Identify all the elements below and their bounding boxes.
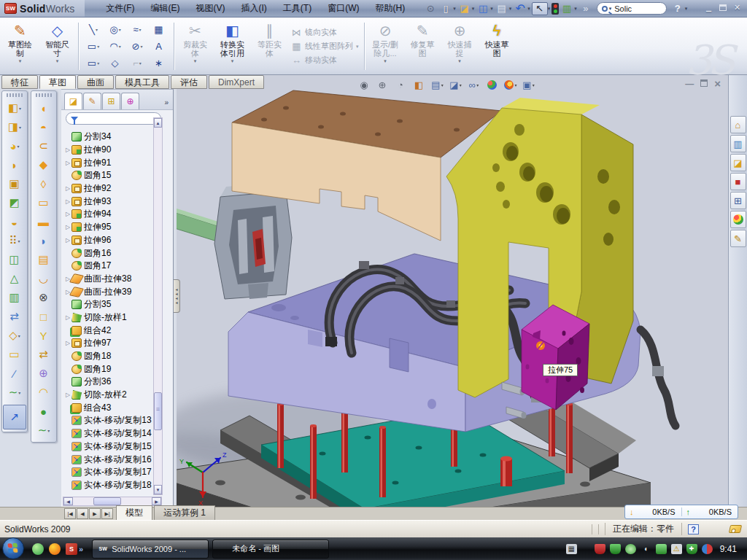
intersect-icon[interactable]: ▥	[4, 288, 26, 307]
quick-snaps-button[interactable]: ⊕ 快速捕 捉 ▾	[441, 20, 479, 73]
tab-nav-button[interactable]: ▶|	[101, 508, 113, 519]
scroll-up-icon[interactable]: ▲	[154, 118, 162, 128]
tree-item[interactable]: 组合43	[64, 401, 162, 414]
file-explorer-icon[interactable]: ◪	[730, 154, 746, 171]
command-tab[interactable]: 评估	[171, 75, 207, 89]
reference-axis-icon[interactable]: ∕	[4, 364, 26, 383]
slot-icon[interactable]: ▭ ▾	[82, 55, 104, 71]
sketch-text-icon[interactable]: A	[148, 38, 170, 55]
tree-item[interactable]: 实体-移动/复制18	[64, 479, 162, 492]
instant3d-button[interactable]: ↗	[3, 405, 26, 429]
knit-surface-icon[interactable]: ▤	[33, 250, 55, 269]
tree-item[interactable]: 组合42	[64, 324, 162, 337]
update-badge-tray-icon[interactable]	[625, 544, 636, 554]
split-line-icon[interactable]: Y	[33, 326, 55, 345]
tree-item[interactable]: 圆角17	[64, 260, 162, 273]
child-restore-button[interactable]	[700, 79, 708, 87]
quick-launch-overflow-icon[interactable]: »	[79, 545, 83, 553]
expand-arrow-icon[interactable]: ▷	[64, 160, 71, 166]
rapid-sketch-button[interactable]: ϟ 快速草 图	[479, 20, 516, 73]
flex-icon[interactable]: ◊	[33, 174, 55, 193]
scrollbar-thumb[interactable]	[93, 497, 121, 505]
menu-item[interactable]: 插入(I)	[233, 0, 274, 17]
tab-nav-button[interactable]: |◀	[64, 508, 76, 519]
tab-nav-button[interactable]: ▶	[89, 508, 101, 519]
tree-item[interactable]: 实体-移动/复制16	[64, 453, 162, 466]
expand-arrow-icon[interactable]: ▷	[64, 224, 71, 230]
zoom-to-area-icon[interactable]: ⊕	[374, 77, 391, 92]
planar-surface-icon[interactable]: ▬	[33, 212, 55, 231]
tree-item[interactable]: ▷ 拉伸92	[64, 182, 162, 195]
property-manager-tab-icon[interactable]: ✎	[83, 93, 101, 109]
tab-nav-button[interactable]: ◀	[77, 508, 88, 519]
tree-item[interactable]: ▷ 拉伸90	[64, 144, 162, 157]
sync-tray-icon[interactable]	[702, 544, 713, 554]
tag-icon[interactable]	[729, 525, 742, 533]
undo-icon[interactable]: ↶	[513, 2, 527, 15]
defender-shield-tray-icon[interactable]: ✚	[686, 544, 697, 554]
tree-item[interactable]: 实体-移动/复制17	[64, 466, 162, 479]
open-folder-icon[interactable]: ◪	[457, 2, 472, 15]
pin-feature-icon[interactable]: ⊕	[33, 364, 55, 383]
child-close-button[interactable]	[714, 79, 721, 89]
custom-properties-icon[interactable]: ✎	[730, 230, 746, 247]
taskbar-task-button[interactable]: SW SolidWorks 2009 - ...	[92, 540, 209, 559]
tree-item[interactable]: ▷ 拉伸96	[64, 234, 162, 247]
security-shield-tray-icon[interactable]	[610, 544, 621, 554]
line-icon[interactable]: ╲ ▾	[82, 21, 104, 38]
camera-icon[interactable]: ▣ ▾	[520, 77, 537, 92]
apply-scene-icon[interactable]	[484, 77, 500, 92]
tree-item[interactable]: ▷ 拉伸93	[64, 195, 162, 208]
3d-model-exploded-mold-assembly[interactable]: Y Z X	[177, 89, 728, 507]
menu-item[interactable]: 视图(V)	[187, 0, 233, 17]
fillet-icon[interactable]: ◕ ▾	[4, 136, 26, 155]
draft-icon[interactable]: ◩	[4, 193, 26, 212]
options-list-icon[interactable]: ▥	[560, 2, 574, 15]
menu-item[interactable]: 文件(F)	[98, 0, 142, 17]
status-help-icon[interactable]: ?	[688, 524, 699, 534]
offset-entities-button[interactable]: ∥ 等距实 体	[251, 20, 288, 73]
swept-surface-icon[interactable]: ◖	[33, 98, 55, 117]
revolved-surface-icon[interactable]: ◓	[33, 117, 55, 136]
polygon-icon[interactable]: ◇	[104, 55, 126, 71]
tree-item[interactable]: ▷ 曲面-拉伸39	[64, 285, 162, 298]
linear-sketch-pattern-icon[interactable]: ▦ 线性草图阵列 ▾	[291, 41, 359, 52]
feature-manager-tab-icon[interactable]: ◪	[64, 93, 82, 109]
minimize-button[interactable]	[703, 3, 714, 12]
repair-sketch-button[interactable]: ✎ 修复草 图	[404, 20, 441, 73]
thicken-icon[interactable]: □	[33, 307, 55, 326]
tree-item[interactable]: 圆角15	[64, 169, 162, 182]
model-tab[interactable]: 运动算例 1	[154, 505, 215, 520]
launch-solidworks-icon[interactable]: S	[66, 543, 77, 555]
split-icon[interactable]: △	[4, 269, 26, 288]
restore-button[interactable]	[719, 4, 727, 11]
pin-icon[interactable]: ⊙	[423, 2, 438, 15]
expand-arrow-icon[interactable]: ▷	[64, 198, 71, 205]
scroll-right-icon[interactable]: ▶	[152, 497, 161, 505]
toolbar-overflow-icon[interactable]: »	[578, 2, 593, 15]
command-tab[interactable]: 曲面	[77, 75, 114, 89]
scroll-down-icon[interactable]: ▼	[154, 485, 162, 494]
previous-view-icon[interactable]: ◔	[392, 77, 409, 92]
antivirus-shield-tray-icon[interactable]	[595, 544, 605, 554]
swept-boss-icon[interactable]: ◗	[4, 155, 26, 174]
network-speed-widget[interactable]: ↓ 0KB/S ↑ 0KB/S	[624, 505, 738, 519]
reference-plane-icon[interactable]: ▭	[4, 345, 26, 364]
freeform-icon[interactable]: ▭	[33, 193, 55, 212]
expand-arrow-icon[interactable]: ▷	[64, 237, 71, 244]
view-orientation-icon[interactable]: ▤ ▾	[429, 77, 446, 92]
hide-show-items-icon[interactable]: ∞ ▾	[465, 77, 482, 92]
command-tab[interactable]: 模具工具	[115, 75, 169, 89]
close-button[interactable]	[732, 3, 743, 12]
command-tab[interactable]: 特征	[1, 75, 38, 89]
tree-item[interactable]: ▷ 拉伸91	[64, 156, 162, 169]
command-tab[interactable]: DimXpert	[209, 75, 264, 89]
display-delete-relations-button[interactable]: ⊘ 显示/删 除几... ▾	[367, 20, 404, 73]
expand-arrow-icon[interactable]: ▷	[64, 211, 71, 217]
tree-item[interactable]: ▷ 拉伸97	[64, 337, 162, 350]
dome-icon[interactable]: ◠	[33, 383, 55, 402]
toolbar-grip[interactable]	[36, 93, 52, 97]
trim-entities-button[interactable]: ✂ 剪裁实 体 ▾	[177, 20, 214, 73]
expand-arrow-icon[interactable]: ▷	[64, 314, 71, 321]
panel-splitter-handle[interactable]: ◂◂◂◂	[174, 279, 180, 313]
